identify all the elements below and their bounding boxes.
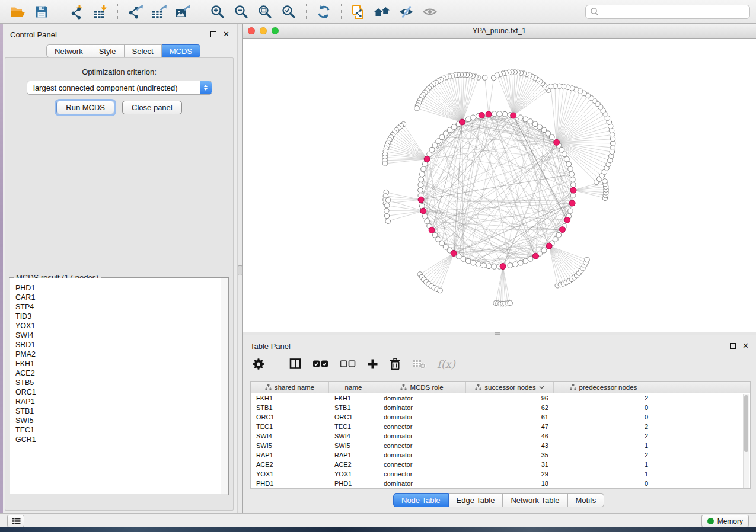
column-header-MCDS-role[interactable]: MCDS role xyxy=(378,382,466,393)
toolbar-save-session-button[interactable] xyxy=(32,2,51,21)
table-row[interactable]: PHD1PHD1dominator180 xyxy=(251,479,750,488)
toolbar-hide-selected-button[interactable] xyxy=(397,2,416,21)
graph-node[interactable] xyxy=(513,262,518,267)
table-row[interactable]: SWI5SWI5connector431 xyxy=(251,441,750,450)
graph-node[interactable] xyxy=(508,300,513,306)
tab-edge-table[interactable]: Edge Table xyxy=(449,493,503,507)
toolbar-first-neighbors-button[interactable] xyxy=(373,2,392,21)
table-row[interactable]: ORC1ORC1dominator610 xyxy=(251,412,750,422)
toolbar-show-all-button[interactable] xyxy=(420,2,439,21)
float-panel-icon[interactable] xyxy=(210,31,216,37)
mcds-node-item[interactable]: YOX1 xyxy=(10,321,221,331)
mcds-node-item[interactable]: PHD1 xyxy=(10,283,221,293)
graph-node[interactable] xyxy=(425,219,430,224)
mcds-node-item[interactable]: SWI5 xyxy=(10,416,221,425)
table-row[interactable]: RAP1RAP1dominator352 xyxy=(251,450,750,460)
toolbar-zoom-selected-button[interactable] xyxy=(279,2,298,21)
graph-node[interactable] xyxy=(422,214,428,219)
mcds-node-item[interactable]: TID3 xyxy=(10,312,221,321)
table-toolbar-select-all-button[interactable] xyxy=(312,355,328,373)
tab-node-table[interactable]: Node Table xyxy=(393,493,449,507)
table-row[interactable]: TEC1TEC1connector472 xyxy=(251,422,750,431)
graph-node[interactable] xyxy=(419,177,424,182)
graph-mcds-node[interactable] xyxy=(418,197,424,203)
graph-node[interactable] xyxy=(492,264,497,270)
graph-node[interactable] xyxy=(495,73,500,78)
graph-mcds-node[interactable] xyxy=(546,243,552,249)
search-input[interactable] xyxy=(602,7,745,17)
graph-node[interactable] xyxy=(570,193,576,198)
mcds-node-item[interactable]: TEC1 xyxy=(10,425,221,435)
mcds-node-item[interactable]: STP4 xyxy=(10,302,221,312)
graph-node[interactable] xyxy=(532,121,538,127)
graph-node[interactable] xyxy=(482,75,487,81)
graph-node[interactable] xyxy=(523,117,528,122)
table-row[interactable]: STB1STB1dominator620 xyxy=(251,403,750,412)
graph-mcds-node[interactable] xyxy=(420,208,426,214)
graph-mcds-node[interactable] xyxy=(554,139,560,145)
search-box[interactable] xyxy=(585,5,750,19)
toolbar-zoom-out-button[interactable] xyxy=(232,2,251,21)
minimize-window-icon[interactable] xyxy=(260,27,267,34)
mcds-node-item[interactable]: STB5 xyxy=(10,378,221,387)
graph-node[interactable] xyxy=(556,232,562,238)
graph-node[interactable] xyxy=(502,111,508,117)
close-panel-icon[interactable]: ✕ xyxy=(223,31,229,37)
table-row[interactable]: SWI4SWI4dominator462 xyxy=(251,431,750,441)
graph-mcds-node[interactable] xyxy=(532,253,538,259)
graph-node[interactable] xyxy=(418,182,423,188)
table-toolbar-deselect-all-button[interactable] xyxy=(340,355,356,373)
graph-node[interactable] xyxy=(456,254,461,259)
toolbar-zoom-in-button[interactable] xyxy=(208,2,227,21)
graph-mcds-node[interactable] xyxy=(569,200,575,206)
toolbar-open-session-button[interactable] xyxy=(8,2,27,21)
table-toolbar-add-button[interactable] xyxy=(367,355,378,373)
column-header-predecessor-nodes[interactable]: predecessor nodes xyxy=(554,382,653,393)
close-window-icon[interactable] xyxy=(248,27,255,34)
table-toolbar-columns-button[interactable] xyxy=(289,355,301,373)
graph-node[interactable] xyxy=(508,263,513,268)
memory-button[interactable]: Memory xyxy=(701,515,749,527)
graph-node[interactable] xyxy=(421,166,426,172)
toolbar-refresh-button[interactable] xyxy=(314,2,333,21)
network-graph[interactable] xyxy=(243,39,756,332)
graph-node[interactable] xyxy=(476,262,481,267)
table-row[interactable]: YOX1YOX1connector291 xyxy=(251,469,750,479)
graph-node[interactable] xyxy=(385,198,391,203)
table-scrollbar[interactable] xyxy=(743,394,749,488)
tab-network-table[interactable]: Network Table xyxy=(503,493,567,507)
graph-node[interactable] xyxy=(384,203,390,208)
mcds-node-item[interactable]: CAR1 xyxy=(10,293,221,302)
toolbar-export-table-button[interactable] xyxy=(149,2,168,21)
graph-node[interactable] xyxy=(564,156,569,162)
graph-node[interactable] xyxy=(465,258,471,264)
graph-node[interactable] xyxy=(471,260,476,265)
task-history-button[interactable] xyxy=(7,515,24,527)
mcds-result-list[interactable]: PHD1CAR1STP4TID3YOX1SWI4SRD1PMA2FKH1ACE2… xyxy=(10,278,221,494)
graph-node[interactable] xyxy=(518,260,523,265)
network-titlebar[interactable]: YPA_prune.txt_1 xyxy=(243,24,756,39)
graph-node[interactable] xyxy=(418,188,423,193)
graph-node[interactable] xyxy=(492,111,497,117)
column-header-successor-nodes[interactable]: successor nodes xyxy=(466,382,554,393)
graph-node[interactable] xyxy=(568,166,573,172)
graph-mcds-node[interactable] xyxy=(486,111,492,117)
graph-node[interactable] xyxy=(585,257,590,262)
graph-node[interactable] xyxy=(465,117,471,122)
horizontal-splitter-grip[interactable] xyxy=(495,332,500,335)
toolbar-import-network-button[interactable] xyxy=(67,2,86,21)
run-mcds-button[interactable]: Run MCDS xyxy=(56,101,114,114)
graph-node[interactable] xyxy=(528,119,533,124)
graph-node[interactable] xyxy=(518,115,523,120)
toolbar-export-image-button[interactable] xyxy=(173,2,192,21)
graph-node[interactable] xyxy=(419,172,425,177)
graph-node[interactable] xyxy=(461,257,466,262)
tab-network[interactable]: Network xyxy=(46,44,91,57)
toolbar-zoom-fit-button[interactable] xyxy=(256,2,275,21)
tab-motifs[interactable]: Motifs xyxy=(568,493,605,507)
graph-mcds-node[interactable] xyxy=(451,250,457,256)
graph-mcds-node[interactable] xyxy=(511,113,516,118)
graph-mcds-node[interactable] xyxy=(459,119,465,125)
graph-node[interactable] xyxy=(569,172,575,177)
graph-node[interactable] xyxy=(570,182,576,188)
